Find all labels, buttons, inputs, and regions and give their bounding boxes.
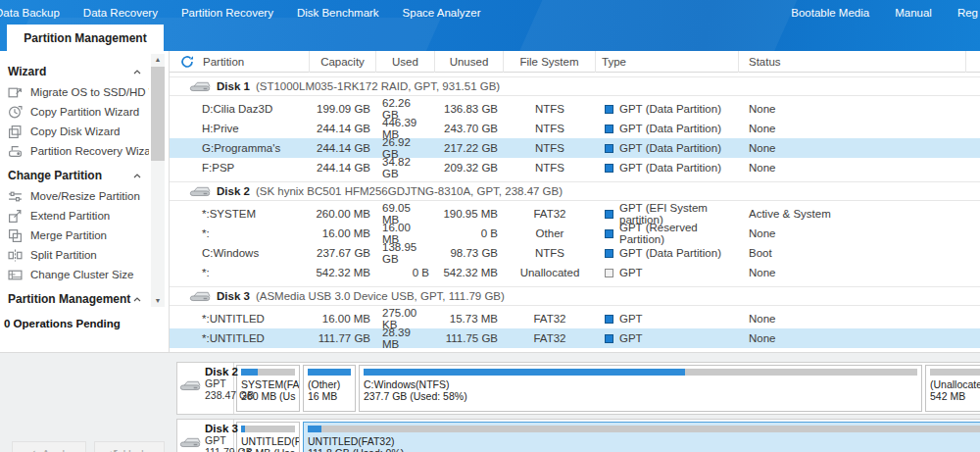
- section-header-partition-management[interactable]: Partition Management: [0, 288, 149, 310]
- column-label: Status: [749, 56, 781, 68]
- cell-status: None: [739, 138, 966, 158]
- sidebar-item-copy-partition-wizard[interactable]: Copy Partition Wizard: [0, 102, 149, 122]
- sidebar-item-partition-recovery-wizard[interactable]: Partition Recovery Wizard: [0, 141, 149, 161]
- cell-spacer: [966, 309, 980, 328]
- disk-group-header-disk-2[interactable]: Disk 2(SK hynix BC501 HFM256GDJTNG-8310A…: [170, 181, 980, 201]
- usage-bar: [241, 369, 295, 376]
- cell-file-system: NTFS: [504, 119, 596, 138]
- usage-bar: [930, 369, 980, 376]
- scrollbar-up-icon[interactable]: ▲: [151, 54, 165, 66]
- partition-block-unallocated[interactable]: (Unallocated542 MB: [925, 365, 980, 412]
- disk-icon: [179, 435, 201, 450]
- chevron-up-icon: [133, 70, 141, 75]
- sidebar-item-label: Copy Disk Wizard: [30, 126, 120, 137]
- column-header-capacity[interactable]: Capacity: [310, 51, 376, 73]
- copy-disk-icon: [8, 125, 23, 139]
- cell-unused: 15.73 MB: [435, 309, 504, 328]
- apply-button[interactable]: ✓ Apply: [12, 441, 86, 452]
- section-header-wizard[interactable]: Wizard: [0, 61, 149, 82]
- menu-partition-recovery[interactable]: Partition Recovery: [181, 7, 273, 19]
- type-square-icon: [605, 164, 613, 173]
- sidebar-item-move-resize-partition[interactable]: Move/Resize Partition: [0, 186, 149, 206]
- type-label: GPT: [619, 313, 643, 325]
- type-square-icon: [605, 334, 613, 343]
- column-header-type[interactable]: Type: [596, 51, 739, 73]
- type-square-icon: [605, 144, 613, 153]
- cell-type: GPT (Data Partition): [596, 99, 739, 119]
- extend-partition-icon: [8, 209, 23, 224]
- cell-spacer: [966, 138, 980, 158]
- column-label: Partition: [203, 56, 244, 68]
- section-header-change-partition[interactable]: Change Partition: [0, 165, 149, 186]
- type-label: GPT (Data Partition): [619, 123, 721, 134]
- type-square-icon: [605, 125, 613, 133]
- menu-manual[interactable]: Manual: [895, 7, 932, 19]
- sidebar-item-label: Move/Resize Partition: [30, 190, 140, 202]
- undo-icon: ↺: [109, 447, 119, 452]
- block-size-label: 542 MB: [930, 390, 980, 402]
- sidebar-item-label: Change Cluster Size: [30, 269, 133, 280]
- cell-status: None: [739, 263, 966, 282]
- tab-partition-management[interactable]: Partition Management: [7, 25, 164, 51]
- split-partition-icon: [8, 248, 23, 263]
- menu-data-backup[interactable]: Data Backup: [0, 7, 60, 19]
- column-header-unused[interactable]: Unused: [435, 51, 504, 73]
- cell-type: GPT (Data Partition): [596, 138, 739, 158]
- sidebar-item-change-cluster-size[interactable]: Change Cluster Size: [0, 265, 149, 284]
- disk-group-header-disk-1[interactable]: Disk 1(ST1000LM035-1RK172 RAID, GPT, 931…: [170, 76, 980, 96]
- sidebar: WizardMigrate OS to SSD/HD WizardCopy Pa…: [0, 51, 149, 352]
- cell-unused: 209.32 GB: [435, 158, 504, 177]
- usage-bar-fill: [308, 369, 351, 376]
- cell-status: None: [739, 158, 966, 177]
- menu-reg[interactable]: Reg: [957, 7, 978, 19]
- type-square-icon: [605, 210, 613, 219]
- sidebar-item-extend-partition[interactable]: Extend Partition: [0, 206, 149, 226]
- partition-block-other[interactable]: (Other)16 MB: [303, 365, 356, 412]
- sidebar-section-wizard: WizardMigrate OS to SSD/HD WizardCopy Pa…: [0, 61, 149, 161]
- menu-space-analyzer[interactable]: Space Analyzer: [403, 7, 481, 19]
- cell-unused: 542.32 MB: [435, 263, 504, 282]
- partition-blocks: UNTITLED(F16 MB (UseUNTITLED(FAT32)111.8…: [234, 420, 980, 452]
- sidebar-item-migrate-os-to-ssd-hd-wizard[interactable]: Migrate OS to SSD/HD Wizard: [0, 82, 149, 102]
- column-header-file-system[interactable]: File System: [504, 51, 596, 73]
- disk-map-info[interactable]: Disk 2GPT238.47 GB: [177, 363, 234, 414]
- cell-capacity: 244.14 GB: [310, 119, 376, 138]
- disk-map-row-disk-2: Disk 2GPT238.47 GBSYSTEM(FAT260 MB (Us(O…: [176, 362, 980, 415]
- sidebar-item-split-partition[interactable]: Split Partition: [0, 245, 149, 265]
- partition-blocks: SYSTEM(FAT260 MB (Us(Other)16 MBC:Window…: [234, 363, 980, 414]
- cell-used: 138.95 GB: [376, 243, 435, 263]
- menu-data-recovery[interactable]: Data Recovery: [83, 7, 158, 19]
- partition-block-untitled-fat32[interactable]: UNTITLED(FAT32)111.8 GB (Used: 0%): [303, 422, 980, 452]
- cell-unused: 0 B: [435, 224, 504, 243]
- column-header-status[interactable]: Status: [739, 51, 966, 73]
- menu-bootable-media[interactable]: Bootable Media: [791, 7, 869, 19]
- disk-group-header-disk-3[interactable]: Disk 3(ASMedia USB 3.0 Device USB, GPT, …: [170, 286, 980, 306]
- block-size-label: 111.8 GB (Used: 0%): [308, 447, 980, 452]
- sidebar-item-label: Migrate OS to SSD/HD Wizard: [30, 86, 149, 98]
- cell-capacity: 244.14 GB: [310, 158, 376, 177]
- usage-bar: [241, 426, 295, 432]
- column-header-partition[interactable]: Partition: [170, 51, 310, 73]
- refresh-icon[interactable]: [180, 55, 194, 69]
- scrollbar-down-icon[interactable]: ▼: [151, 295, 165, 307]
- sidebar-item-copy-disk-wizard[interactable]: Copy Disk Wizard: [0, 122, 149, 141]
- scrollbar-thumb[interactable]: [151, 67, 165, 161]
- partition-block-system-fat[interactable]: SYSTEM(FAT260 MB (Us: [236, 365, 300, 412]
- disk-icon: [189, 184, 211, 199]
- column-header-used[interactable]: Used: [376, 51, 435, 73]
- menu-disk-benchmark[interactable]: Disk Benchmark: [297, 7, 379, 19]
- disk-map-info[interactable]: Disk 3GPT111.79 GB: [177, 420, 234, 452]
- undo-button[interactable]: ↺ Undo: [94, 441, 165, 452]
- sidebar-item-merge-partition[interactable]: Merge Partition: [0, 226, 149, 245]
- sidebar-scrollbar[interactable]: ▲ ▼: [151, 54, 165, 307]
- cell-partition: *:: [170, 263, 310, 282]
- move-resize-icon: [8, 189, 23, 204]
- partition-block-c-windows-ntfs[interactable]: C:Windows(NTFS)237.7 GB (Used: 58%): [359, 365, 922, 412]
- disk-map-size: 238.47 GB: [205, 389, 231, 401]
- cell-type: GPT (Reserved Partition): [596, 224, 739, 243]
- cell-status: None: [739, 99, 966, 119]
- cell-status: Boot: [739, 243, 966, 263]
- cell-status: None: [739, 309, 966, 328]
- cell-capacity: 199.09 GB: [310, 99, 376, 119]
- cell-used: 28.39 MB: [376, 328, 435, 348]
